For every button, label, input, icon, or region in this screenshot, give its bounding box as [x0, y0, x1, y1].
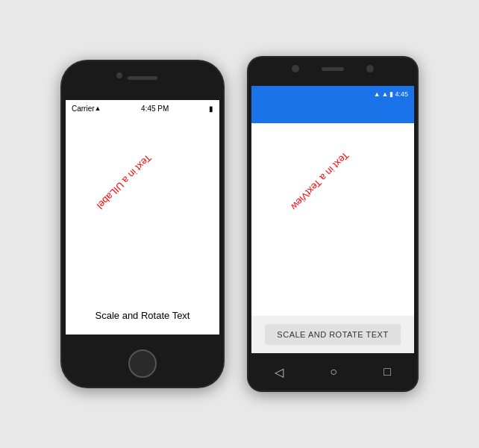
battery-icon: ▮ [389, 90, 393, 98]
home-button[interactable]: ○ [330, 365, 337, 379]
android-button-area: SCALE AND ROTATE TEXT [251, 316, 414, 353]
ios-rotated-text: Text in a UILabel [95, 152, 154, 211]
android-rotated-text: Text in a TextView [289, 150, 351, 213]
android-speaker [322, 67, 344, 71]
battery-indicator: ▮ [209, 105, 213, 113]
android-status-icons: ▲ ▲ ▮ 4:45 [374, 90, 408, 98]
android-camera [292, 65, 299, 72]
android-action-bar [251, 102, 414, 123]
iphone-camera [116, 72, 122, 78]
android-device: ▲ ▲ ▮ 4:45 Text in a TextView SCALE AND … [247, 56, 419, 392]
iphone-home-button[interactable] [128, 349, 157, 378]
android-top-area [248, 65, 417, 72]
android-nav-bar: ◁ ○ □ [251, 353, 414, 391]
ios-bottom-label: Scale and Rotate Text [66, 310, 219, 321]
iphone-device: Carrier ▲ 4:45 PM ▮ Text in a UILabel Sc… [60, 60, 225, 388]
android-status-bar: ▲ ▲ ▮ 4:45 [251, 86, 414, 102]
android-content: Text in a TextView [251, 123, 414, 316]
back-button[interactable]: ◁ [275, 365, 284, 379]
android-sensor [366, 65, 374, 72]
iphone-time: 4:45 PM [101, 105, 209, 113]
wifi-icon: ▲ [374, 90, 381, 98]
carrier-label: Carrier [72, 105, 95, 113]
iphone-status-bar: Carrier ▲ 4:45 PM ▮ [66, 100, 219, 116]
iphone-screen: Text in a UILabel Scale and Rotate Text [66, 116, 219, 335]
iphone-speaker [128, 76, 157, 80]
android-time: 4:45 [395, 90, 408, 98]
android-screen: ▲ ▲ ▮ 4:45 Text in a TextView SCALE AND … [251, 86, 414, 353]
signal-icon: ▲ [382, 90, 389, 98]
recents-button[interactable]: □ [383, 365, 391, 379]
scale-rotate-button[interactable]: SCALE AND ROTATE TEXT [265, 324, 400, 345]
